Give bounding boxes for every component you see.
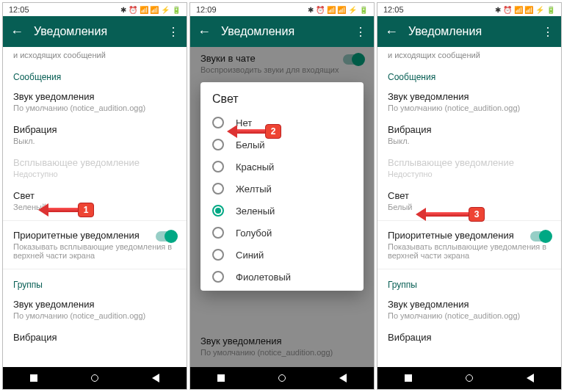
setting-group-vibration[interactable]: Вибрация — [3, 326, 187, 349]
section-header-messages: Сообщения — [377, 65, 561, 85]
overflow-menu-icon[interactable]: ⋮ — [167, 25, 179, 39]
android-nav-bar — [3, 367, 187, 389]
overflow-menu-icon[interactable]: ⋮ — [355, 25, 366, 39]
status-bar: 12:09 ✱ ⏰ 📶 📶 ⚡ 🔋 — [190, 3, 374, 16]
arrow-shaft — [237, 129, 265, 134]
setting-title: Всплывающее уведомление — [388, 157, 551, 168]
nav-back-icon[interactable] — [339, 374, 347, 382]
nav-back-icon[interactable] — [527, 374, 534, 382]
setting-title: Звук уведомления — [13, 91, 176, 102]
option-label: Зеленый — [236, 206, 275, 217]
callout-bubble: 1 — [78, 203, 94, 217]
setting-subtitle: Выкл. — [13, 137, 176, 145]
setting-subtitle: По умолчанию (notice_audition.ogg) — [388, 311, 551, 320]
nav-recent-icon[interactable] — [30, 374, 37, 382]
light-color-dialog: Свет Нет Белый Красный Желтый Зеленый Го… — [200, 82, 364, 291]
setting-group-sound[interactable]: Звук уведомления По умолчанию (notice_au… — [3, 293, 187, 326]
option-label: Синий — [236, 250, 264, 261]
setting-popup: Всплывающее уведомление Недоступно — [3, 151, 187, 184]
setting-subtitle: По умолчанию (notice_audition.ogg) — [13, 104, 176, 112]
annotation-callout-2: 2 — [227, 124, 281, 139]
setting-vibration[interactable]: Вибрация Выкл. — [377, 118, 561, 151]
radio-icon — [212, 227, 224, 239]
setting-priority[interactable]: Приоритетные уведомления Показывать вспл… — [3, 224, 187, 266]
setting-group-sound[interactable]: Звук уведомления По умолчанию (notice_au… — [377, 293, 561, 326]
nav-recent-icon[interactable] — [405, 374, 412, 382]
arrow-shaft — [426, 212, 469, 217]
settings-content[interactable]: и исходящих сообщений Сообщения Звук уве… — [3, 47, 187, 367]
toggle-switch-on[interactable] — [156, 231, 176, 242]
setting-title: Вибрация — [388, 332, 551, 343]
setting-light[interactable]: Свет Зеленый — [3, 184, 187, 217]
setting-title: Приоритетные уведомления — [13, 230, 176, 241]
phone-screen-3: 12:05 ✱ ⏰ 📶 📶 ⚡ 🔋 ← Уведомления ⋮ и исхо… — [377, 2, 562, 390]
setting-title: Вибрация — [388, 124, 551, 135]
setting-title: Звук уведомления — [13, 299, 176, 310]
nav-back-icon[interactable] — [152, 374, 159, 382]
nav-home-icon[interactable] — [91, 374, 98, 382]
setting-title: Вибрация — [13, 332, 176, 343]
radio-icon — [212, 117, 224, 128]
setting-title: Вибрация — [13, 124, 176, 135]
section-header-messages: Сообщения — [3, 65, 187, 85]
radio-icon — [212, 161, 224, 173]
radio-option-yellow[interactable]: Желтый — [208, 178, 356, 200]
option-label: Белый — [236, 139, 265, 150]
back-icon[interactable]: ← — [385, 24, 398, 40]
divider — [3, 269, 187, 269]
radio-option-green[interactable]: Зеленый — [208, 200, 356, 222]
app-bar: ← Уведомления ⋮ — [377, 16, 561, 47]
setting-vibration[interactable]: Вибрация Выкл. — [3, 118, 187, 151]
android-nav-bar — [190, 367, 374, 389]
status-time: 12:05 — [9, 5, 29, 14]
settings-content[interactable]: и исходящих сообщений Сообщения Звук уве… — [377, 47, 561, 367]
setting-title: Звук уведомления — [388, 91, 551, 102]
radio-option-red[interactable]: Красный — [208, 156, 356, 178]
radio-icon — [212, 139, 224, 150]
arrow-head-icon — [416, 208, 426, 221]
annotation-callout-1: 1 — [38, 203, 94, 217]
status-icons: ✱ ⏰ 📶 📶 ⚡ 🔋 — [120, 6, 181, 14]
back-icon[interactable]: ← — [10, 24, 24, 40]
app-bar: ← Уведомления ⋮ — [3, 16, 187, 47]
settings-content: Звуки в чате Воспроизводить звуки для вх… — [190, 47, 374, 367]
toggle-switch-on[interactable] — [530, 231, 551, 242]
option-label: Фиолетовый — [236, 272, 291, 283]
nav-recent-icon[interactable] — [217, 374, 225, 382]
setting-title: Приоритетные уведомления — [388, 230, 551, 241]
setting-subtitle: Выкл. — [388, 137, 551, 145]
nav-home-icon[interactable] — [466, 374, 473, 382]
page-title: Уведомления — [221, 25, 355, 38]
android-nav-bar — [377, 367, 561, 389]
setting-popup: Всплывающее уведомление Недоступно — [377, 151, 561, 184]
section-header-groups: Группы — [3, 272, 187, 293]
nav-home-icon[interactable] — [278, 374, 286, 382]
status-icons: ✱ ⏰ 📶 📶 ⚡ 🔋 — [308, 6, 368, 14]
radio-option-blue[interactable]: Синий — [208, 244, 356, 266]
setting-subtitle: Показывать всплывающие уведомления в вер… — [388, 242, 551, 260]
option-label: Голубой — [236, 228, 272, 239]
setting-title: Свет — [388, 190, 551, 201]
phone-screen-1: 12:05 ✱ ⏰ 📶 📶 ⚡ 🔋 ← Уведомления ⋮ и исхо… — [2, 2, 187, 390]
status-icons: ✱ ⏰ 📶 📶 ⚡ 🔋 — [495, 6, 555, 14]
overflow-menu-icon[interactable]: ⋮ — [542, 25, 554, 39]
setting-group-vibration[interactable]: Вибрация — [377, 326, 561, 349]
arrow-head-icon — [227, 125, 237, 138]
radio-option-violet[interactable]: Фиолетовый — [208, 266, 356, 288]
setting-subtitle: По умолчанию (notice_audition.ogg) — [388, 104, 551, 112]
app-bar: ← Уведомления ⋮ — [190, 16, 374, 47]
back-icon[interactable]: ← — [198, 24, 211, 40]
status-bar: 12:05 ✱ ⏰ 📶 📶 ⚡ 🔋 — [377, 3, 561, 16]
phone-screen-2: 12:09 ✱ ⏰ 📶 📶 ⚡ 🔋 ← Уведомления ⋮ Звуки … — [189, 2, 375, 390]
annotation-callout-3: 3 — [416, 207, 485, 222]
section-header-groups: Группы — [377, 272, 561, 293]
setting-subtitle: По умолчанию (notice_audition.ogg) — [13, 311, 176, 320]
radio-option-cyan[interactable]: Голубой — [208, 222, 356, 244]
setting-title: Всплывающее уведомление — [13, 157, 176, 168]
callout-bubble: 2 — [265, 124, 281, 139]
setting-priority[interactable]: Приоритетные уведомления Показывать вспл… — [377, 224, 561, 266]
setting-notification-sound[interactable]: Звук уведомления По умолчанию (notice_au… — [377, 85, 561, 118]
setting-subtitle: Недоступно — [388, 170, 551, 178]
setting-notification-sound[interactable]: Звук уведомления По умолчанию (notice_au… — [3, 85, 187, 118]
divider — [3, 220, 187, 221]
